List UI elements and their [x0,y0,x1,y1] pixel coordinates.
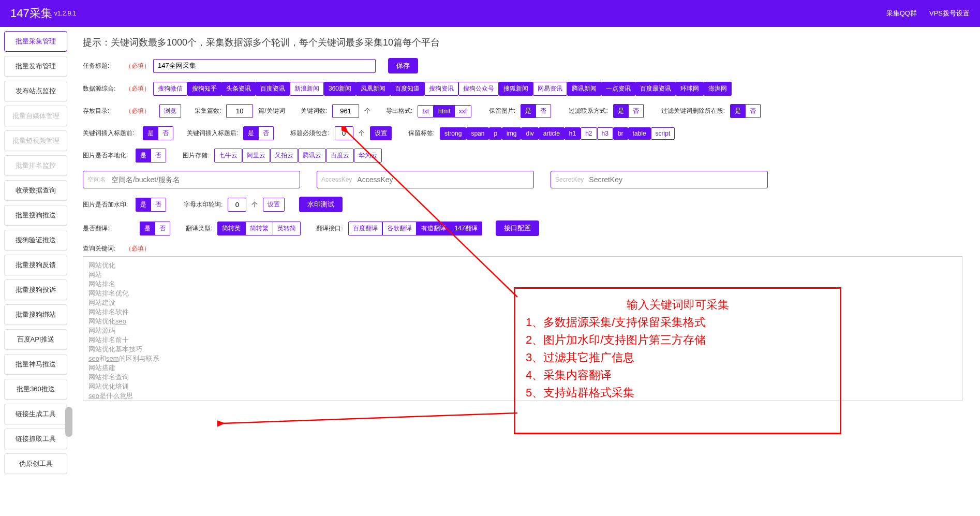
keep-html-tag[interactable]: article [539,127,565,140]
translate-config-button[interactable]: 接口配置 [496,220,539,236]
sidebar-item[interactable]: 批量搜狗推送 [4,205,67,226]
watermark-test-button[interactable]: 水印测试 [299,197,343,212]
link-qq-group[interactable]: 采集QQ群 [886,9,917,18]
browse-button[interactable]: 浏览 [159,104,181,118]
translate-type-option[interactable]: 英转简 [273,222,301,235]
img-store-option[interactable]: 七牛云 [214,149,242,163]
translate-interface-option[interactable]: 谷歌翻译 [382,222,417,235]
source-tag[interactable]: 一点资讯 [601,82,635,96]
sidebar-item[interactable]: 搜狗验证推送 [4,230,67,250]
sidebar-item[interactable]: 批量搜狗绑站 [4,304,67,325]
filter-kw-option[interactable]: 是 [730,104,746,118]
source-tag[interactable]: 网易资讯 [533,82,567,96]
filter-contact-option[interactable]: 是 [613,104,629,118]
export-format-option[interactable]: xxf [455,105,471,117]
source-tag[interactable]: 头条资讯 [221,82,256,96]
source-tag[interactable]: 腾讯新闻 [567,82,601,96]
sidebar-item[interactable]: 链接生成工具 [4,404,67,424]
keep-img-option[interactable]: 否 [536,104,551,118]
translate-option[interactable]: 是 [140,222,155,235]
keep-html-tag[interactable]: script [651,127,675,140]
source-tag[interactable]: 环球网 [676,82,704,96]
kw-after-option[interactable]: 是 [243,126,259,140]
translate-interface-option[interactable]: 百度翻译 [348,222,382,235]
img-local-option[interactable]: 是 [136,149,151,163]
link-vps-settings[interactable]: VPS拨号设置 [929,9,970,18]
source-tag[interactable]: 搜狗资讯 [424,82,458,96]
keep-html-tag[interactable]: strong [440,127,466,140]
export-format-option[interactable]: html [434,105,455,117]
sidebar-item[interactable]: 批量采集管理 [4,31,67,52]
annotation-line: 1、多数据源采集/支持保留采集格式 [526,314,829,331]
title-must-label: 标题必须包含: [290,129,329,138]
translate-interface-option[interactable]: 147翻译 [451,222,482,235]
save-button[interactable]: 保存 [388,58,418,73]
sidebar-scrollbar[interactable] [65,407,72,437]
task-title-input[interactable] [153,59,376,73]
keyword-count-input[interactable] [332,104,359,118]
sidebar-item[interactable]: 百度API推送 [4,329,67,350]
img-store-option[interactable]: 阿里云 [242,149,270,163]
sidebar-item[interactable]: 伪原创工具 [4,453,67,474]
wm-rot-input[interactable] [228,198,246,212]
collect-count-input[interactable] [226,104,253,118]
title-must-set[interactable]: 设置 [370,126,392,140]
keep-html-tag[interactable]: h3 [597,127,613,140]
source-tag[interactable]: 百度知道 [390,82,424,96]
keep-html-tag[interactable]: img [502,127,521,140]
title-must-input[interactable] [335,126,353,140]
keep-img-option[interactable]: 是 [521,104,536,118]
keep-html-tag[interactable]: h1 [565,127,581,140]
oss-space-field[interactable]: 空间名 [83,171,300,188]
source-tag[interactable]: 搜狗微信 [153,82,187,96]
source-tag[interactable]: 新浪新闻 [290,82,324,96]
sidebar-item[interactable]: 发布站点监控 [4,81,67,101]
oss-sk-input[interactable] [589,172,767,187]
source-tag[interactable]: 凤凰新闻 [356,82,390,96]
oss-ak-input[interactable] [357,172,533,187]
sidebar-item[interactable]: 收录数据查询 [4,180,67,201]
keep-html-tag[interactable]: table [628,127,651,140]
translate-type-option[interactable]: 简转繁 [245,222,273,235]
oss-ak-field[interactable]: AccessKey [317,171,534,188]
watermark-option[interactable]: 否 [151,198,166,212]
oss-sk-prefix: SecretKey [555,176,584,183]
translate-interface-option[interactable]: 有道翻译 [417,222,451,235]
filter-kw-option[interactable]: 否 [746,104,761,118]
source-tag[interactable]: 360新闻 [324,82,356,96]
keep-html-tag[interactable]: br [613,127,628,140]
source-tag[interactable]: 搜狗知乎 [187,82,221,96]
kw-after-option[interactable]: 否 [259,126,274,140]
keep-html-tag[interactable]: p [489,127,502,140]
wm-rot-set[interactable]: 设置 [263,198,285,212]
export-format-option[interactable]: txt [418,105,434,117]
img-store-option[interactable]: 华为云 [354,149,382,163]
sidebar-item[interactable]: 批量360推送 [4,379,67,400]
oss-sk-field[interactable]: SecretKey [551,171,768,188]
app-logo: 147采集 [10,6,52,21]
sidebar-item[interactable]: 批量搜狗反馈 [4,255,67,275]
kw-before-option[interactable]: 是 [143,126,158,140]
sidebar-item[interactable]: 批量搜狗投诉 [4,279,67,300]
sidebar-item[interactable]: 链接抓取工具 [4,429,67,449]
img-store-option[interactable]: 腾讯云 [298,149,326,163]
kw-before-option[interactable]: 否 [158,126,173,140]
oss-space-input[interactable] [111,172,300,187]
img-local-option[interactable]: 否 [151,149,166,163]
translate-option[interactable]: 否 [155,222,170,235]
sidebar-item[interactable]: 批量神马推送 [4,354,67,375]
source-tag[interactable]: 百度最资讯 [635,82,676,96]
keep-html-tag[interactable]: div [521,127,538,140]
keep-html-tag[interactable]: h2 [581,127,597,140]
img-store-option[interactable]: 又拍云 [270,149,298,163]
translate-type-option[interactable]: 简转英 [217,222,245,235]
keep-html-tag[interactable]: span [466,127,489,140]
source-tag[interactable]: 百度资讯 [256,82,290,96]
sidebar-item[interactable]: 批量发布管理 [4,56,67,77]
img-store-option[interactable]: 百度云 [326,149,354,163]
source-tag[interactable]: 搜狐新闻 [499,82,533,96]
filter-contact-option[interactable]: 否 [629,104,644,118]
source-tag[interactable]: 澎湃网 [704,82,732,96]
source-tag[interactable]: 搜狗公众号 [458,82,499,96]
watermark-option[interactable]: 是 [136,198,151,212]
